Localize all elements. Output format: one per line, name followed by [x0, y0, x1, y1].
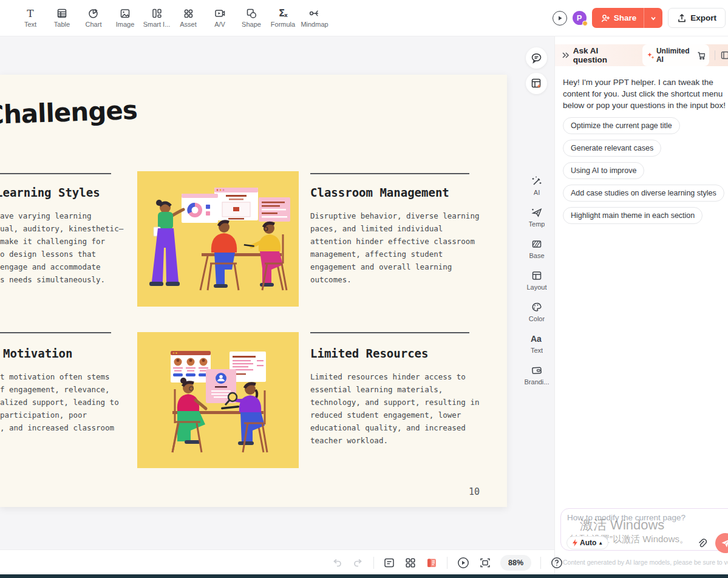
preview-play-icon[interactable]: [457, 556, 470, 570]
share-dropdown[interactable]: [644, 15, 662, 22]
right-rail: AI Temp Base Layout Color Aa Text: [519, 36, 554, 549]
chat-bubble-icon: [531, 52, 542, 64]
asset-icon: [182, 7, 194, 19]
base-style-icon: [531, 238, 543, 250]
caret-up-icon: ▲: [598, 540, 603, 546]
sparkle-icon: [647, 52, 654, 59]
ai-question-input[interactable]: [567, 513, 722, 522]
zoom-level[interactable]: 88%: [500, 555, 531, 571]
rail-label: Layout: [526, 284, 546, 291]
share-person-icon: [600, 13, 610, 23]
palette-icon: [531, 301, 543, 313]
suggestion-chip[interactable]: Using AI to improve: [563, 162, 644, 179]
slide[interactable]: Challenges Learning Styles ave varying l…: [0, 75, 507, 507]
divider-rule: [0, 173, 111, 174]
ai-layout-button[interactable]: [526, 73, 547, 94]
tool-label: Formula: [271, 21, 295, 28]
ai-assistant-panel: Ask AI question Unlimited AI Hey! I'm yo…: [554, 36, 728, 574]
section-body-learning-styles[interactable]: ave varying learning ual, auditory, kine…: [0, 209, 131, 286]
cart-icon[interactable]: [697, 51, 706, 60]
avatar[interactable]: P: [573, 11, 587, 25]
paper-plane-icon: [721, 539, 728, 548]
collapse-panel-icon[interactable]: [562, 52, 570, 59]
section-body-classroom-management[interactable]: Disruptive behavior, diverse learning pa…: [310, 209, 480, 286]
present-button[interactable]: [553, 11, 567, 25]
section-body-limited-resources[interactable]: Limited resources hinder access to essen…: [310, 370, 480, 447]
illustration-presentation[interactable]: [137, 171, 299, 307]
unlimited-ai-badge[interactable]: Unlimited AI: [642, 44, 709, 66]
chart-icon: [87, 7, 100, 19]
bottom-bar: 88%: [0, 549, 554, 574]
help-icon[interactable]: [550, 556, 563, 570]
magic-wand-icon: [531, 175, 543, 187]
tool-shape[interactable]: Shape: [236, 4, 267, 28]
tool-label: Table: [54, 21, 70, 28]
play-icon: [556, 15, 563, 22]
tool-asset[interactable]: Asset: [172, 4, 204, 28]
rail-label: Color: [529, 315, 545, 322]
rail-item-color[interactable]: Color: [519, 301, 554, 322]
notes-icon[interactable]: [383, 557, 395, 569]
divider: [447, 557, 447, 569]
attach-button[interactable]: [696, 538, 707, 551]
illustration-interview[interactable]: [137, 332, 299, 468]
reader-view-icon[interactable]: [426, 557, 438, 569]
rail-item-ai[interactable]: AI: [519, 175, 554, 196]
taskbar-edge: [0, 574, 728, 578]
section-title-limited-resources[interactable]: Limited Resources: [310, 347, 428, 360]
ai-disclaimer: Content generated by AI large models, pl…: [563, 559, 728, 566]
export-label: Export: [690, 13, 716, 22]
tool-av[interactable]: A/V: [204, 4, 236, 28]
paperclip-icon: [696, 538, 707, 549]
history-icon[interactable]: [721, 51, 728, 59]
export-button[interactable]: Export: [668, 8, 726, 28]
tool-formula[interactable]: Σx Formula: [267, 4, 299, 28]
divider: [540, 557, 541, 569]
insert-tools: T Text Table Chart Image Smart I... A: [15, 4, 330, 28]
auto-mode-selector[interactable]: Auto ▲: [566, 536, 608, 549]
tool-label: A/V: [214, 21, 225, 28]
share-button[interactable]: Share: [592, 8, 663, 28]
section-body-motivation[interactable]: t motivation often stems f engagement, r…: [0, 370, 131, 434]
suggestion-chip[interactable]: Add case studies on diverse learning sty…: [563, 185, 724, 202]
rail-label: Base: [529, 252, 544, 259]
section-title-motivation[interactable]: Motivation: [3, 347, 72, 360]
suggestion-chip[interactable]: Highlight main theme in each section: [563, 207, 702, 224]
svg-text:x: x: [284, 12, 288, 18]
undo-icon[interactable]: [331, 557, 343, 569]
tool-text[interactable]: T Text: [15, 4, 46, 28]
rail-item-template[interactable]: Temp: [519, 206, 554, 228]
rail-item-layout[interactable]: Layout: [519, 270, 554, 291]
tool-table[interactable]: Table: [46, 4, 78, 28]
suggestion-chip[interactable]: Generate relevant cases: [563, 140, 661, 157]
image-icon: [119, 7, 131, 19]
grid-view-icon[interactable]: [404, 557, 417, 569]
tool-label: Asset: [180, 21, 197, 28]
rail-label: Text: [531, 347, 543, 354]
mindmap-icon: [308, 7, 321, 19]
bolt-icon: [572, 539, 578, 546]
ai-suggestions: Optimize the current page title Generate…: [563, 117, 724, 224]
tool-mindmap[interactable]: Mindmap: [299, 4, 330, 28]
rail-label: AI: [534, 189, 540, 196]
ai-chat-button[interactable]: [526, 47, 547, 69]
rail-item-text[interactable]: Aa Text: [519, 333, 554, 354]
tool-image[interactable]: Image: [109, 4, 141, 28]
divider-rule: [0, 332, 111, 333]
section-title-classroom-management[interactable]: Classroom Management: [310, 186, 449, 199]
slide-title[interactable]: Challenges: [0, 95, 138, 131]
tool-label: Smart I...: [143, 21, 171, 28]
tool-smart-layout[interactable]: Smart I...: [141, 4, 172, 28]
editor-canvas[interactable]: Challenges Learning Styles ave varying l…: [0, 36, 554, 549]
tool-chart[interactable]: Chart: [78, 4, 109, 28]
divider-rule: [310, 173, 469, 174]
ai-panel-header: Ask AI question Unlimited AI: [555, 44, 728, 66]
tool-label: Mindmap: [301, 21, 328, 28]
share-main[interactable]: Share: [592, 13, 644, 23]
rail-item-branding[interactable]: CO Brandi...: [519, 364, 554, 386]
fit-screen-icon[interactable]: [479, 557, 491, 569]
section-title-learning-styles[interactable]: Learning Styles: [0, 186, 100, 199]
suggestion-chip[interactable]: Optimize the current page title: [563, 117, 680, 134]
rail-item-base[interactable]: Base: [519, 238, 554, 259]
redo-icon[interactable]: [352, 557, 364, 569]
